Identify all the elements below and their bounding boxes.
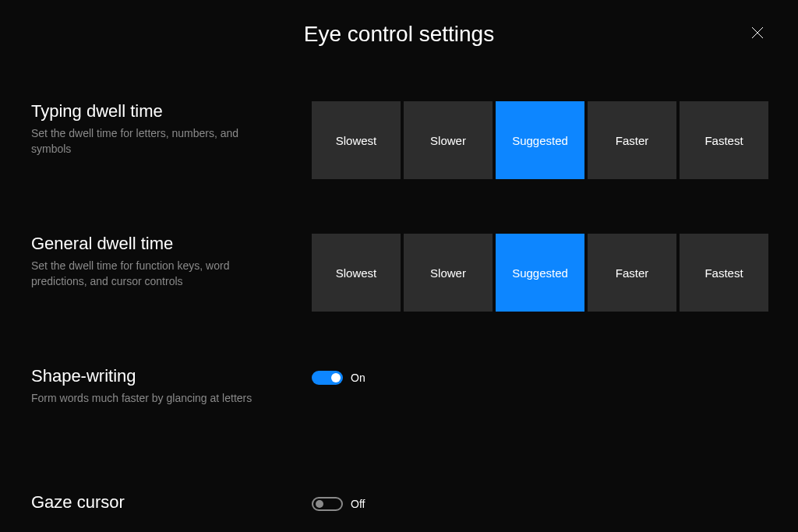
- general-dwell-options: Slowest Slower Suggested Faster Fastest: [312, 234, 768, 312]
- gaze-cursor-info: Gaze cursor: [31, 492, 312, 517]
- shape-writing-title: Shape-writing: [31, 366, 312, 386]
- typing-dwell-setting: Typing dwell time Set the dwell time for…: [31, 101, 767, 179]
- toggle-knob: [316, 500, 323, 508]
- close-icon: [751, 26, 764, 39]
- gaze-cursor-state-label: Off: [351, 498, 365, 510]
- page-title: Eye control settings: [304, 22, 494, 47]
- general-dwell-suggested[interactable]: Suggested: [496, 234, 584, 312]
- general-dwell-info: General dwell time Set the dwell time fo…: [31, 234, 312, 312]
- shape-writing-info: Shape-writing Form words much faster by …: [31, 366, 312, 407]
- gaze-cursor-toggle[interactable]: [312, 497, 343, 511]
- header: Eye control settings: [0, 0, 798, 62]
- shape-writing-toggle[interactable]: [312, 371, 343, 385]
- general-dwell-fastest[interactable]: Fastest: [680, 234, 768, 312]
- typing-dwell-suggested[interactable]: Suggested: [496, 101, 584, 179]
- shape-writing-control: On: [312, 371, 365, 385]
- close-button[interactable]: [748, 23, 767, 42]
- typing-dwell-info: Typing dwell time Set the dwell time for…: [31, 101, 312, 179]
- typing-dwell-faster[interactable]: Faster: [588, 101, 676, 179]
- gaze-cursor-setting: Gaze cursor Off: [31, 492, 767, 517]
- general-dwell-setting: General dwell time Set the dwell time fo…: [31, 234, 767, 312]
- general-dwell-title: General dwell time: [31, 234, 312, 254]
- settings-content: Typing dwell time Set the dwell time for…: [0, 62, 798, 517]
- typing-dwell-title: Typing dwell time: [31, 101, 312, 122]
- typing-dwell-fastest[interactable]: Fastest: [680, 101, 768, 179]
- typing-dwell-options: Slowest Slower Suggested Faster Fastest: [312, 101, 768, 179]
- typing-dwell-slower[interactable]: Slower: [404, 101, 493, 179]
- typing-dwell-description: Set the dwell time for letters, numbers,…: [31, 126, 281, 157]
- general-dwell-slowest[interactable]: Slowest: [312, 234, 401, 312]
- gaze-cursor-control: Off: [312, 497, 365, 511]
- general-dwell-description: Set the dwell time for function keys, wo…: [31, 259, 281, 289]
- shape-writing-setting: Shape-writing Form words much faster by …: [31, 366, 767, 407]
- shape-writing-state-label: On: [351, 372, 365, 384]
- gaze-cursor-title: Gaze cursor: [31, 492, 312, 513]
- shape-writing-description: Form words much faster by glancing at le…: [31, 391, 281, 407]
- general-dwell-slower[interactable]: Slower: [404, 234, 493, 312]
- toggle-knob: [331, 373, 341, 382]
- general-dwell-faster[interactable]: Faster: [588, 234, 676, 312]
- typing-dwell-slowest[interactable]: Slowest: [312, 101, 401, 179]
